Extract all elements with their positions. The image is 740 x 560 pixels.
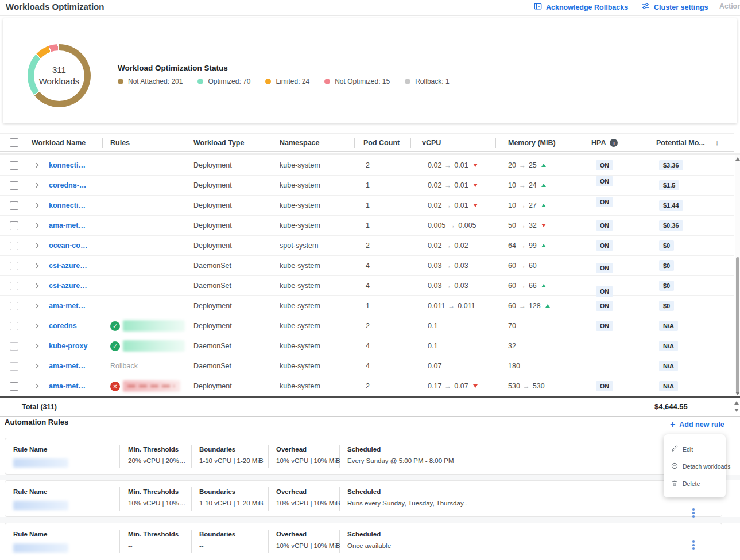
row-checkbox[interactable]: [10, 221, 18, 230]
column-header-hpa[interactable]: HPAi: [579, 134, 648, 151]
hpa-info-icon[interactable]: i: [610, 139, 618, 147]
expand-chevron-icon[interactable]: [34, 183, 38, 188]
row-checkbox[interactable]: [10, 242, 18, 250]
pod-count-value: 1: [366, 302, 370, 310]
pod-count-value: 2: [366, 382, 370, 390]
row-checkbox[interactable]: [10, 161, 18, 170]
workload-name-link[interactable]: ama-met…: [49, 302, 86, 310]
actions-button[interactable]: Action: [719, 2, 740, 10]
expand-chevron-icon[interactable]: [34, 263, 38, 268]
row-checkbox[interactable]: [10, 302, 18, 310]
table-scrollbar-thumb[interactable]: [736, 257, 739, 394]
workload-name-link[interactable]: coredns-…: [49, 181, 86, 189]
boundaries-value: 1-10 vCPU | 1-20 MiB: [199, 500, 264, 507]
row-checkbox[interactable]: [10, 262, 18, 270]
pod-count-value: 4: [366, 262, 370, 270]
rule-status: ×: [110, 380, 180, 392]
rule-column-divider: [119, 530, 120, 553]
sort-descending-icon[interactable]: ↓: [715, 138, 719, 147]
column-header-pod-count[interactable]: Pod Count: [354, 134, 410, 151]
metric-current-value: 0.03: [428, 262, 441, 270]
column-header-namespace[interactable]: Namespace: [270, 134, 354, 151]
menu-item-edit[interactable]: Edit: [664, 441, 726, 458]
metric-recommended-value: 0.03: [454, 262, 468, 270]
menu-item-label: Detach workloads: [683, 463, 730, 470]
scheduled-value: Once available: [347, 542, 391, 549]
select-all-checkbox[interactable]: [10, 138, 18, 147]
row-checkbox[interactable]: [10, 382, 18, 391]
workload-name-link[interactable]: csi-azure…: [49, 262, 87, 270]
namespace-value: kube-system: [280, 262, 320, 270]
rule-kebab-menu-icon[interactable]: [691, 539, 696, 551]
expand-chevron-icon[interactable]: [34, 203, 38, 208]
workload-name-link[interactable]: konnecti…: [49, 201, 86, 209]
column-header-vcpu[interactable]: vCPU: [410, 134, 495, 151]
column-header-memory[interactable]: Memory (MiB): [495, 134, 579, 151]
workload-name-link[interactable]: coredns: [49, 322, 77, 330]
lower-scrollbar-up-arrow[interactable]: [734, 401, 739, 405]
workload-type-value: DaemonSet: [193, 362, 231, 370]
legend-item: Limited: 24: [265, 77, 309, 85]
row-checkbox[interactable]: [10, 362, 18, 371]
row-checkbox[interactable]: [10, 282, 18, 290]
expand-chevron-icon[interactable]: [34, 384, 38, 388]
workload-name-link[interactable]: ocean-co…: [49, 242, 87, 250]
lower-scrollbar-down-arrow[interactable]: [734, 409, 739, 412]
namespace-value: kube-system: [280, 221, 320, 230]
acknowledge-rollbacks-button[interactable]: Acknowledge Rollbacks: [534, 2, 628, 12]
arrow-right-icon: →: [444, 161, 451, 169]
menu-item-delete[interactable]: Delete: [664, 475, 726, 492]
workload-name-link[interactable]: konnecti…: [49, 161, 86, 169]
rule-rollback-label: Rollback: [110, 362, 138, 370]
memory-metric: 10→24: [508, 181, 546, 189]
rule-name-label: Rule Name: [13, 531, 47, 538]
column-header-potential-savings[interactable]: Potential Mo...↓: [648, 134, 734, 151]
min-thresholds-label: Min. Thresholds: [128, 446, 179, 453]
hpa-on-badge: ON: [596, 160, 613, 170]
workload-name-link[interactable]: kube-proxy: [49, 342, 87, 350]
pod-count-value: 2: [366, 161, 370, 169]
expand-chevron-icon[interactable]: [34, 163, 38, 168]
column-header-rules[interactable]: Rules: [102, 134, 187, 151]
menu-item-detach-workloads[interactable]: Detach workloads: [664, 458, 726, 475]
expand-chevron-icon[interactable]: [34, 223, 38, 228]
overhead-value: 10% vCPU | 10% MiB: [276, 500, 340, 507]
expand-chevron-icon[interactable]: [34, 344, 38, 348]
expand-chevron-icon[interactable]: [34, 364, 38, 368]
scrollbar-up-arrow[interactable]: [735, 157, 740, 161]
row-checkbox[interactable]: [10, 342, 18, 351]
metric-recommended-value: 0.011: [458, 302, 475, 310]
metric-recommended-value: 24: [529, 181, 537, 189]
expand-chevron-icon[interactable]: [34, 304, 38, 308]
metric-recommended-value: 530: [533, 382, 545, 390]
column-header-label: Memory (MiB): [508, 139, 556, 147]
workload-name-link[interactable]: ama-met…: [49, 221, 86, 230]
rule-kebab-menu-icon[interactable]: [691, 507, 696, 519]
column-header-workload-name[interactable]: Workload Name: [28, 134, 102, 151]
metric-recommended-value: 0.01: [454, 181, 468, 189]
cluster-settings-button[interactable]: Cluster settings: [641, 2, 708, 12]
row-checkbox[interactable]: [10, 181, 18, 190]
add-new-rule-button[interactable]: + Add new rule: [670, 421, 724, 429]
column-header-workload-type[interactable]: Workload Type: [187, 134, 270, 151]
automation-rule-row: Rule NameMin. Thresholds--Boundaries--Ov…: [5, 523, 722, 560]
metric-current-value: 0.02: [428, 181, 441, 189]
pod-count-value: 2: [366, 242, 370, 250]
boundaries-label: Boundaries: [199, 488, 235, 495]
arrow-right-icon: →: [519, 262, 526, 270]
workload-name-link[interactable]: csi-azure…: [49, 282, 87, 290]
expand-chevron-icon[interactable]: [34, 324, 38, 328]
workload-name-link[interactable]: ama-met…: [49, 382, 86, 390]
metric-recommended-value: 0.005: [458, 221, 476, 230]
row-checkbox[interactable]: [10, 201, 18, 210]
rule-name-redacted-value: [13, 458, 68, 468]
expand-chevron-icon[interactable]: [34, 283, 38, 288]
row-checkbox[interactable]: [10, 322, 18, 330]
workload-type-value: Deployment: [193, 382, 232, 390]
workload-name-link[interactable]: ama-met…: [49, 362, 86, 370]
sliders-icon: [641, 2, 650, 12]
expand-chevron-icon[interactable]: [34, 243, 38, 248]
metric-current-value: 0.1: [428, 322, 437, 330]
namespace-value: kube-system: [280, 181, 320, 189]
scrollbar-down-arrow[interactable]: [735, 392, 740, 395]
